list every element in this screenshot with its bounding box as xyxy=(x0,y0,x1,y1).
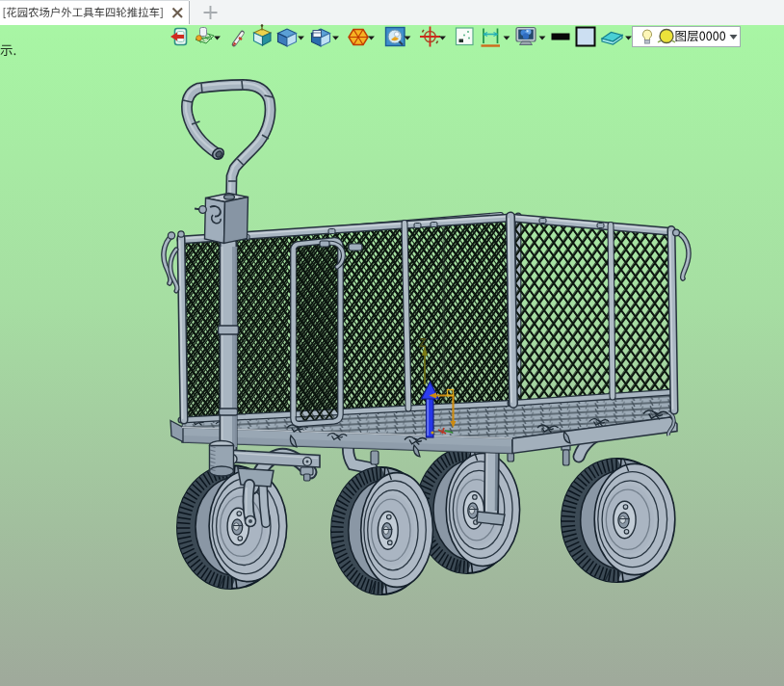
svg-text:Z: Z xyxy=(419,336,426,350)
